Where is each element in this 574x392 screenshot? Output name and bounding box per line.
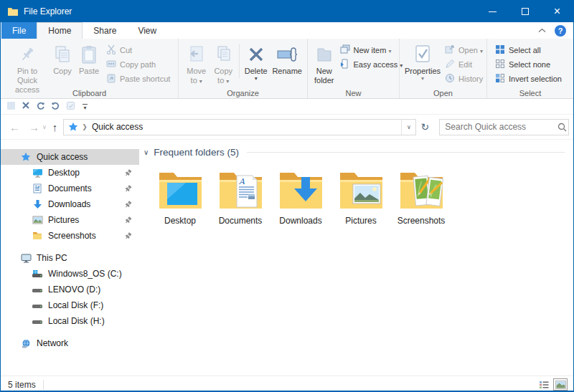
tile-downloads[interactable]: Downloads xyxy=(270,167,331,226)
quick-access-star-icon xyxy=(68,122,78,132)
history-label: History xyxy=(458,75,483,83)
easy-access-label: Easy access ▾ xyxy=(354,60,403,69)
select-none-icon xyxy=(495,59,505,70)
tab-view[interactable]: View xyxy=(127,22,167,39)
recent-locations-caret-icon[interactable]: ∨ xyxy=(42,124,47,130)
drive-icon xyxy=(32,317,43,325)
pictures-folder-icon xyxy=(337,167,385,214)
properties-qat-icon[interactable] xyxy=(6,101,16,113)
customize-qat-icon[interactable]: ▾ xyxy=(83,104,88,110)
navigation-bar: ← → ∨ ↑ ❯ Quick access ∨ ↻ xyxy=(1,115,573,140)
sidebar-item-local-disk-h[interactable]: Local Disk (H:) xyxy=(1,313,139,329)
tile-label: Pictures xyxy=(345,216,376,226)
rename-button[interactable]: Rename xyxy=(270,41,304,77)
invert-selection-icon xyxy=(495,73,505,85)
pin-to-quick-access-button[interactable]: Pin to Quick access xyxy=(5,41,50,96)
drive-icon xyxy=(32,301,43,310)
new-folder-button[interactable]: New folder xyxy=(312,41,337,87)
undo-icon[interactable] xyxy=(51,101,60,113)
sidebar-item-downloads[interactable]: Downloads xyxy=(1,196,139,212)
select-all-icon xyxy=(495,44,505,56)
tile-screenshots[interactable]: Screenshots xyxy=(391,167,451,226)
tile-desktop[interactable]: Desktop xyxy=(150,167,210,226)
tab-file[interactable]: File xyxy=(1,22,37,39)
delete-button[interactable]: Delete ▾ xyxy=(242,41,270,83)
title-bar[interactable]: File Explorer × xyxy=(1,1,573,22)
tab-share[interactable]: Share xyxy=(83,22,127,39)
minimize-button[interactable] xyxy=(476,1,509,22)
tile-documents[interactable]: A Documents xyxy=(210,167,270,226)
copy-to-button[interactable]: Copy to ▾ xyxy=(210,41,236,87)
refresh-icon[interactable]: ↻ xyxy=(416,119,433,135)
invert-selection-button[interactable]: Invert selection xyxy=(491,72,565,86)
select-all-button[interactable]: Select all xyxy=(491,43,565,57)
address-dropdown-icon[interactable]: ∨ xyxy=(401,120,415,135)
edit-button[interactable]: Edit xyxy=(441,57,486,72)
thumbnail-view-icon[interactable] xyxy=(553,378,568,391)
sidebar-item-label: Downloads xyxy=(48,199,90,209)
delete-icon xyxy=(248,42,265,67)
maximize-button[interactable] xyxy=(509,1,541,22)
file-explorer-window: File Explorer × File Home Share View ? P… xyxy=(0,0,574,392)
sidebar-item-desktop[interactable]: Desktop xyxy=(1,165,139,181)
maximize-icon xyxy=(522,8,529,15)
easy-access-button[interactable]: Easy access ▾ xyxy=(337,57,407,72)
sidebar-item-pictures[interactable]: Pictures xyxy=(1,212,139,228)
breadcrumb-chevron-icon: ❯ xyxy=(82,123,88,130)
ribbon: Pin to Quick access Copy Paste xyxy=(1,39,573,99)
sidebar-item-this-pc[interactable]: This PC xyxy=(1,250,139,266)
tile-label: Documents xyxy=(219,216,263,226)
search-icon[interactable] xyxy=(556,123,568,132)
move-to-button[interactable]: Move to ▾ xyxy=(183,41,210,87)
edit-icon xyxy=(445,59,455,70)
back-icon[interactable]: ← xyxy=(9,121,20,133)
sidebar-item-lenovo-d[interactable]: LENOVO (D:) xyxy=(1,282,139,297)
window-title: File Explorer xyxy=(24,6,72,16)
history-button[interactable]: History xyxy=(441,72,486,86)
quick-access-star-icon xyxy=(20,152,32,162)
cut-button[interactable]: Cut xyxy=(103,43,174,57)
paste-shortcut-button[interactable]: Paste shortcut xyxy=(103,72,174,86)
help-icon[interactable]: ? xyxy=(555,25,566,37)
dropdown-caret-icon: ▾ xyxy=(421,76,424,82)
checkbox-qat-icon[interactable] xyxy=(66,101,75,113)
new-item-button[interactable]: New item ▾ xyxy=(337,43,407,57)
delete-qat-icon[interactable] xyxy=(22,101,30,112)
navigation-pane: Quick access Desktop Documents xyxy=(1,140,139,376)
sidebar-item-documents[interactable]: Documents xyxy=(1,181,139,196)
ribbon-tab-bar: File Home Share View ? xyxy=(1,22,573,39)
open-button[interactable]: Open ▾ xyxy=(441,43,486,57)
sidebar-item-label: Network xyxy=(37,338,68,348)
cut-icon xyxy=(106,44,116,56)
copy-path-button[interactable]: Copy path xyxy=(103,57,174,72)
forward-icon[interactable]: → xyxy=(29,121,39,133)
close-button[interactable]: × xyxy=(541,1,573,22)
details-view-icon[interactable] xyxy=(537,378,551,391)
item-count: 5 items xyxy=(1,380,36,390)
section-header[interactable]: ∨ Frequent folders (5) xyxy=(144,147,569,158)
sidebar-item-windows8-os-c[interactable]: Windows8_OS (C:) xyxy=(1,266,139,282)
screenshots-folder-icon xyxy=(397,167,445,214)
up-icon[interactable]: ↑ xyxy=(52,121,58,133)
sidebar-item-quick-access[interactable]: Quick access xyxy=(1,149,139,165)
collapse-ribbon-icon[interactable] xyxy=(538,28,546,33)
search-input[interactable] xyxy=(440,122,556,132)
sidebar-item-screenshots[interactable]: Screenshots xyxy=(1,228,139,244)
sidebar-item-network[interactable]: Network xyxy=(1,335,139,351)
properties-button[interactable]: Properties ▾ xyxy=(404,41,441,83)
sidebar-item-local-disk-f[interactable]: Local Disk (F:) xyxy=(1,297,139,313)
tile-pictures[interactable]: Pictures xyxy=(331,167,391,226)
section-title: Frequent folders (5) xyxy=(154,147,239,158)
select-none-button[interactable]: Select none xyxy=(491,57,565,72)
paste-button[interactable]: Paste xyxy=(75,41,103,77)
sidebar-item-label: Windows8_OS (C:) xyxy=(48,269,122,279)
tab-home[interactable]: Home xyxy=(37,22,83,39)
redo-icon[interactable] xyxy=(36,101,45,113)
breadcrumb-location[interactable]: Quick access xyxy=(92,122,143,132)
cut-label: Cut xyxy=(120,46,132,54)
address-bar[interactable]: ❯ Quick access ∨ xyxy=(63,119,416,135)
pin-icon xyxy=(124,201,132,209)
frequent-folders-tiles: Desktop A xyxy=(150,167,569,226)
pin-icon xyxy=(18,42,37,67)
copy-button[interactable]: Copy xyxy=(50,41,75,77)
